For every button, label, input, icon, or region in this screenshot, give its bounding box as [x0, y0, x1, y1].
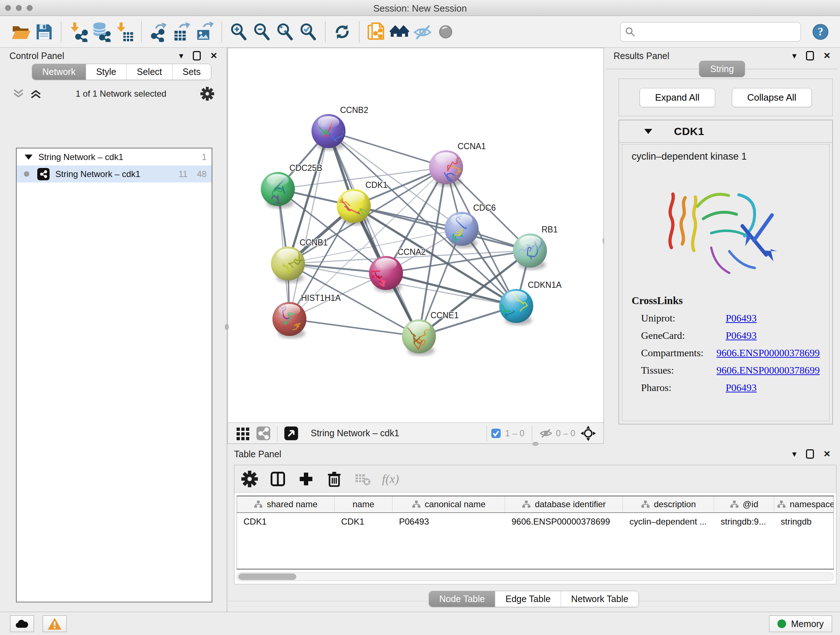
- control-panel-float-icon[interactable]: [193, 51, 201, 60]
- crosslink-link[interactable]: P06493: [726, 330, 757, 341]
- splitter-handle[interactable]: [225, 324, 229, 330]
- export-table-button[interactable]: [170, 20, 193, 43]
- delete-column-trash-icon[interactable]: [325, 470, 343, 488]
- horizontal-scrollbar[interactable]: [237, 572, 834, 581]
- crosslink-link[interactable]: 9606.ENSP00000378699: [717, 347, 820, 359]
- toolbar-separator: [359, 21, 360, 42]
- node-HIST1H1A[interactable]: HIST1H1A: [272, 293, 341, 339]
- open-in-browser-button[interactable]: [388, 20, 411, 43]
- import-network-from-file-button[interactable]: [66, 20, 90, 43]
- column-header--id[interactable]: @id: [714, 496, 774, 512]
- expand-all-networks-icon[interactable]: [12, 88, 25, 99]
- node-label: CCNA2: [398, 247, 426, 257]
- hidden-eye-icon[interactable]: [539, 428, 553, 439]
- collapse-all-button[interactable]: Collapse All: [732, 88, 812, 107]
- crosslink-link[interactable]: P06493: [726, 312, 757, 324]
- gene-section-header[interactable]: CDK1: [619, 120, 832, 143]
- results-panel-float-icon[interactable]: [806, 51, 814, 60]
- memory-button[interactable]: Memory: [769, 616, 832, 632]
- expand-all-button[interactable]: Expand All: [639, 88, 715, 107]
- edge-CCNB2-CCNE1[interactable]: [328, 131, 419, 336]
- crosslink-link[interactable]: P06493: [726, 382, 757, 394]
- tab-network[interactable]: Network: [32, 64, 86, 80]
- tab-node-table[interactable]: Node Table: [429, 591, 495, 607]
- column-header-description[interactable]: description: [623, 496, 714, 512]
- control-panel-menu-icon[interactable]: ▾: [179, 51, 183, 60]
- table-settings-gear-icon[interactable]: [241, 470, 258, 488]
- scrollbar-thumb[interactable]: [238, 573, 296, 580]
- table-row[interactable]: CDK1CDK1P064939606.ENSP00000378699cyclin…: [237, 513, 834, 530]
- fit-content-button[interactable]: [273, 20, 297, 43]
- zoom-out-button[interactable]: [250, 20, 273, 43]
- table-panel-menu-icon[interactable]: ▾: [792, 450, 797, 458]
- node-CCNB1[interactable]: CCNB1: [271, 238, 328, 283]
- tab-edge-table[interactable]: Edge Table: [495, 591, 561, 607]
- export-network-button[interactable]: [147, 20, 170, 43]
- import-network-from-database-button[interactable]: [90, 20, 113, 43]
- function-builder-button[interactable]: f(x): [382, 472, 399, 486]
- table-panel-close-icon[interactable]: ✕: [823, 450, 831, 458]
- crosslinks-heading: CrossLinks: [632, 295, 820, 307]
- warnings-button[interactable]: [43, 616, 66, 632]
- node-CDC25B[interactable]: CDC25B: [261, 163, 322, 209]
- column-header-database-identifier[interactable]: database identifier: [505, 496, 623, 512]
- node-RB1[interactable]: RB1: [512, 225, 558, 270]
- create-column-plus-icon[interactable]: [297, 470, 315, 488]
- show-columns-icon[interactable]: [269, 470, 286, 488]
- collapse-triangle-icon[interactable]: [644, 129, 652, 134]
- zoom-selected-button[interactable]: [297, 20, 320, 43]
- crosslink-link[interactable]: 9606.ENSP00000378699: [717, 364, 820, 376]
- search-input[interactable]: [638, 24, 796, 40]
- edge-CDK1-RB1[interactable]: [354, 206, 530, 250]
- results-panel-menu-icon[interactable]: ▾: [792, 51, 797, 60]
- apply-preferred-layout-button[interactable]: [331, 20, 354, 43]
- delete-table-icon[interactable]: [354, 470, 371, 488]
- column-header-canonical-name[interactable]: canonical name: [393, 496, 505, 512]
- node-CDK1[interactable]: CDK1: [337, 180, 387, 226]
- main-toolbar: ?: [0, 16, 840, 48]
- network-options-gear-icon[interactable]: [200, 87, 215, 101]
- export-table-icon: [172, 22, 192, 42]
- show-network-view-icon[interactable]: [256, 425, 271, 441]
- node-CCNA1[interactable]: CCNA1: [429, 141, 486, 187]
- column-header-namespace[interactable]: namespace: [774, 496, 834, 512]
- edge-CCNB2-CCNA1[interactable]: [328, 131, 446, 167]
- tab-select[interactable]: Select: [126, 64, 172, 80]
- tab-network-table[interactable]: Network Table: [561, 591, 638, 607]
- export-image-button[interactable]: [193, 20, 216, 43]
- network-collection-row[interactable]: String Network – cdk1 1: [17, 149, 212, 165]
- save-session-button[interactable]: [33, 20, 56, 43]
- detach-view-icon[interactable]: [283, 425, 299, 441]
- edge-HIST1H1A-CCNE1[interactable]: [289, 319, 419, 336]
- crosslink-row: Compartments:9606.ENSP00000378699: [632, 347, 820, 359]
- tab-string[interactable]: String: [699, 61, 745, 77]
- selected-checkbox-icon[interactable]: [491, 428, 501, 439]
- open-session-button[interactable]: [9, 20, 33, 43]
- splitter-handle[interactable]: [532, 442, 538, 446]
- table-panel-float-icon[interactable]: [806, 449, 814, 459]
- edge-CCNB2-HIST1H1A[interactable]: [289, 131, 328, 319]
- table-cell: P06493: [393, 513, 505, 530]
- toolbar-separator: [141, 21, 142, 42]
- import-table-from-file-button[interactable]: [113, 20, 136, 43]
- tab-style[interactable]: Style: [86, 64, 126, 80]
- column-header-shared-name[interactable]: shared name: [237, 496, 335, 512]
- zoom-in-button[interactable]: [227, 20, 250, 43]
- birds-eye-view-button[interactable]: [434, 20, 457, 43]
- column-header-name[interactable]: name: [335, 496, 393, 512]
- tab-sets[interactable]: Sets: [172, 64, 211, 80]
- help-button[interactable]: ?: [810, 22, 831, 42]
- network-canvas[interactable]: CCNB2CCNA1CDC25BCDK1CDC6RB1CCNB1CCNA2CDK…: [228, 48, 603, 423]
- show-grid-view-icon[interactable]: [235, 425, 251, 441]
- network-row[interactable]: String Network – cdk1 11 48: [17, 165, 212, 182]
- node-CDC6[interactable]: CDC6: [445, 203, 496, 249]
- duplicate-network-button[interactable]: [365, 20, 388, 43]
- pan-crosshair-icon[interactable]: [580, 425, 596, 441]
- results-panel-close-icon[interactable]: ✕: [823, 51, 831, 60]
- control-panel-close-icon[interactable]: ✕: [210, 51, 218, 60]
- collapse-triangle-icon[interactable]: [25, 155, 33, 160]
- collapse-all-networks-icon[interactable]: [30, 88, 42, 99]
- cloud-status-button[interactable]: [10, 616, 34, 632]
- node-CCNB2[interactable]: CCNB2: [311, 105, 368, 150]
- show-hide-graphics-details-button[interactable]: [411, 20, 434, 43]
